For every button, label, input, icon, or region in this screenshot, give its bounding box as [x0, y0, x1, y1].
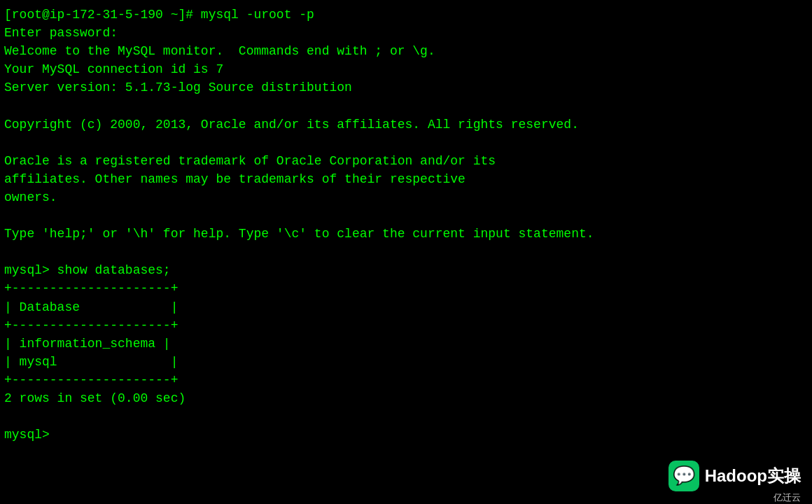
terminal-line: owners. — [4, 188, 808, 206]
terminal-line: +---------------------+ — [4, 279, 808, 298]
terminal-line: +---------------------+ — [4, 371, 808, 389]
terminal-line — [4, 407, 808, 426]
terminal-line: mysql> — [4, 426, 808, 444]
terminal-line: affiliates. Other names may be trademark… — [4, 170, 808, 188]
wechat-icon: 💬 — [673, 465, 695, 487]
watermark-icon: 💬 — [668, 461, 699, 491]
terminal-line: | information_schema | — [4, 335, 808, 353]
terminal-line: [root@ip-172-31-5-190 ~]# mysql -uroot -… — [4, 6, 808, 24]
terminal-line: Enter password: — [4, 24, 808, 42]
terminal-line — [4, 243, 808, 261]
terminal-line: | mysql | — [4, 353, 808, 371]
terminal-line: Copyright (c) 2000, 2013, Oracle and/or … — [4, 115, 808, 134]
terminal-line: | Database | — [4, 298, 808, 316]
terminal-line: mysql> show databases; — [4, 261, 808, 279]
terminal-line — [4, 97, 808, 115]
watermark-sub: 亿迁云 — [774, 491, 801, 504]
terminal-line: Oracle is a registered trademark of Orac… — [4, 152, 808, 170]
terminal-line: Type 'help;' or '\h' for help. Type '\c'… — [4, 225, 808, 243]
terminal-output: [root@ip-172-31-5-190 ~]# mysql -uroot -… — [4, 6, 808, 444]
terminal-line: Server version: 5.1.73-log Source distri… — [4, 78, 808, 97]
terminal-line: 2 rows in set (0.00 sec) — [4, 389, 808, 407]
terminal-window[interactable]: [root@ip-172-31-5-190 ~]# mysql -uroot -… — [0, 0, 812, 504]
terminal-line — [4, 206, 808, 225]
terminal-line — [4, 134, 808, 152]
terminal-line: +---------------------+ — [4, 316, 808, 335]
watermark-title: Hadoop实操 — [705, 465, 801, 487]
terminal-line: Welcome to the MySQL monitor. Commands e… — [4, 42, 808, 60]
watermark: 💬 Hadoop实操 — [668, 461, 801, 491]
terminal-line: Your MySQL connection id is 7 — [4, 60, 808, 78]
